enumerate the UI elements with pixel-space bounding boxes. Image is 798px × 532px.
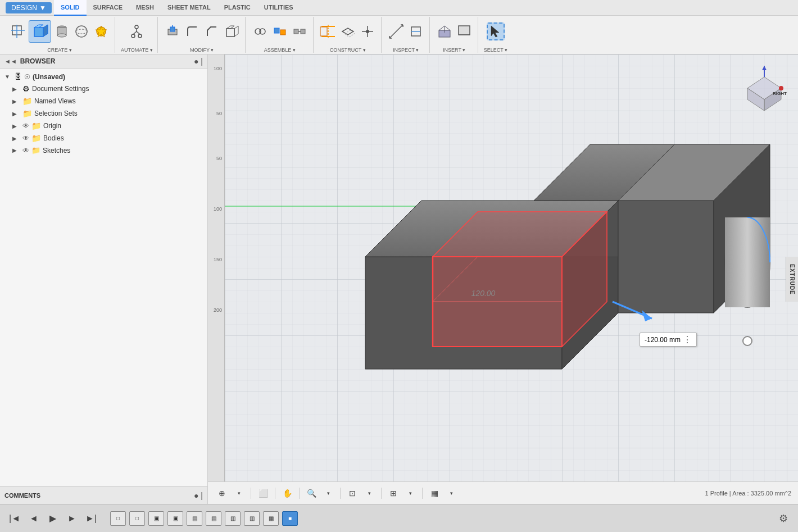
display-tool-btn[interactable]: ⊡ [345, 486, 360, 501]
construct-point-icon[interactable] [359, 22, 377, 40]
measure-icon[interactable] [387, 22, 405, 40]
frame-type-8[interactable]: ▥ [244, 511, 260, 526]
midplane-icon[interactable] [319, 22, 337, 40]
motion-icon[interactable] [291, 22, 309, 40]
next-frame-btn[interactable]: ► [64, 511, 80, 526]
browser-pin-btn[interactable]: | [201, 57, 203, 66]
dim-options-icon[interactable]: ⋮ [683, 334, 692, 345]
tree-item-sketches[interactable]: ▶ 👁 📁 Sketches [0, 144, 207, 156]
svg-point-14 [132, 34, 135, 38]
cylinder-icon[interactable] [53, 22, 71, 40]
joint-icon[interactable] [251, 22, 269, 40]
svg-point-77 [743, 337, 752, 345]
frame-type-3[interactable]: ▣ [148, 511, 164, 526]
inspect-icons [387, 17, 425, 46]
tab-sheet-metal[interactable]: SHEET METAL [161, 0, 217, 16]
frame-type-4[interactable]: ▣ [167, 511, 183, 526]
frame-type-10[interactable]: ■ [282, 511, 298, 526]
new-component-icon[interactable] [9, 22, 27, 40]
comments-add-btn[interactable]: ● [194, 491, 198, 500]
select-cursor-icon[interactable] [487, 22, 505, 40]
design-button[interactable]: DESIGN ▼ [6, 2, 52, 13]
sidebar: ◄◄ BROWSER ● | ▼ 🗄 ⦿ (Unsaved) ▶ ⚙ Docum… [0, 54, 208, 504]
chamfer-icon[interactable] [203, 22, 221, 40]
frame-type-7[interactable]: ▥ [225, 511, 241, 526]
origin-eye-icon[interactable]: 👁 [22, 122, 29, 130]
nav-cube[interactable]: RIGHT [742, 66, 781, 105]
selection-sets-folder-icon: 📁 [22, 109, 32, 118]
tab-utilities[interactable]: UTILITIES [257, 0, 300, 16]
grid-dropdown-btn[interactable]: ▾ [403, 486, 418, 501]
box-icon[interactable] [29, 20, 51, 43]
ruler-left: 100 50 50 100 150 200 [208, 54, 225, 504]
prev-frame-btn[interactable]: ◄ [26, 511, 42, 526]
sep4 [340, 488, 341, 499]
tree-item-origin[interactable]: ▶ 👁 📁 Origin [0, 120, 207, 132]
svg-point-15 [138, 34, 142, 38]
construct-label[interactable]: CONSTRUCT ▾ [330, 47, 366, 53]
svg-marker-85 [762, 66, 767, 70]
push-pull-icon[interactable] [164, 22, 182, 40]
frame-tool-btn[interactable]: ⬜ [256, 486, 270, 501]
comments-pin-btn[interactable]: | [201, 491, 203, 500]
assemble-label[interactable]: ASSEMBLE ▾ [264, 47, 296, 53]
create-icons [9, 17, 110, 46]
pan-tool-btn[interactable]: ✋ [280, 486, 294, 501]
grid-tool-btn[interactable]: ⊞ [386, 486, 401, 501]
bodies-eye-icon[interactable]: 👁 [22, 134, 29, 142]
tree-root[interactable]: ▼ 🗄 ⦿ (Unsaved) [0, 71, 207, 83]
modify-label[interactable]: MODIFY ▾ [190, 47, 214, 53]
browser-add-btn[interactable]: ● [194, 57, 198, 66]
zoom-tool-btn[interactable]: 🔍 [304, 486, 319, 501]
collapse-browser-icon[interactable]: ◄◄ [4, 58, 17, 65]
assemble-icons [251, 17, 309, 46]
snap-dropdown-btn[interactable]: ▾ [444, 486, 459, 501]
frame-type-1[interactable]: □ [110, 511, 126, 526]
toolbar: DESIGN ▼ SOLID SURFACE MESH SHEET METAL … [0, 0, 798, 54]
create-label[interactable]: CREATE ▾ [47, 47, 71, 53]
fork-icon[interactable] [128, 22, 146, 40]
tree-item-selection-sets[interactable]: ▶ 📁 Selection Sets [0, 107, 207, 120]
snap-tool-btn[interactable]: ▦ [427, 486, 442, 501]
settings-btn[interactable]: ⚙ [776, 511, 791, 526]
select-label[interactable]: SELECT ▾ [484, 47, 507, 53]
shell-icon[interactable] [223, 22, 241, 40]
sphere-icon[interactable] [72, 22, 90, 40]
extrude-panel[interactable]: EXTRUDE [786, 257, 798, 302]
transform-dropdown-btn[interactable]: ▾ [232, 486, 246, 501]
tree-item-named-views[interactable]: ▶ 📁 Named Views [0, 95, 207, 107]
canvas-icon[interactable] [455, 22, 473, 40]
automate-label[interactable]: AUTOMATE ▾ [121, 47, 153, 53]
frame-type-5[interactable]: ▤ [187, 511, 202, 526]
tab-mesh[interactable]: MESH [129, 0, 161, 16]
named-views-folder-icon: 📁 [22, 97, 32, 106]
first-frame-btn[interactable]: |◄ [7, 511, 22, 526]
viewport[interactable]: 100 50 50 100 150 200 [208, 54, 798, 504]
transform-tool-btn[interactable]: ⊕ [215, 486, 229, 501]
tab-solid[interactable]: SOLID [54, 0, 87, 16]
last-frame-btn[interactable]: ►| [83, 511, 99, 526]
tree-item-bodies[interactable]: ▶ 👁 📁 Bodies [0, 132, 207, 144]
insert-icons [436, 17, 473, 46]
fillet-icon[interactable] [183, 22, 201, 40]
insert-label[interactable]: INSERT ▾ [443, 47, 465, 53]
frame-type-6[interactable]: ▤ [206, 511, 221, 526]
insert-mesh-icon[interactable] [436, 22, 454, 40]
display-dropdown-btn[interactable]: ▾ [362, 486, 377, 501]
inspect-label[interactable]: INSPECT ▾ [393, 47, 419, 53]
zoom-dropdown-btn[interactable]: ▾ [321, 486, 335, 501]
tab-surface[interactable]: SURFACE [87, 0, 130, 16]
svg-marker-24 [234, 26, 238, 37]
tab-plastic[interactable]: PLASTIC [217, 0, 257, 16]
as-built-icon[interactable] [271, 22, 289, 40]
bottom-bar: |◄ ◄ ▶ ► ►| □ □ ▣ ▣ ▤ ▤ ▥ ▥ ▦ ■ ⚙ [0, 504, 798, 532]
sketches-eye-icon[interactable]: 👁 [22, 147, 29, 154]
tree-item-document-settings[interactable]: ▶ ⚙ Document Settings [0, 83, 207, 95]
play-btn[interactable]: ▶ [45, 511, 61, 526]
frame-type-2[interactable]: □ [129, 511, 145, 526]
frame-type-9[interactable]: ▦ [263, 511, 279, 526]
record-btn[interactable]: ⦿ [24, 74, 30, 80]
offset-plane-icon[interactable] [339, 22, 357, 40]
section-analysis-icon[interactable] [407, 22, 425, 40]
star-extrude-icon[interactable] [92, 22, 110, 40]
